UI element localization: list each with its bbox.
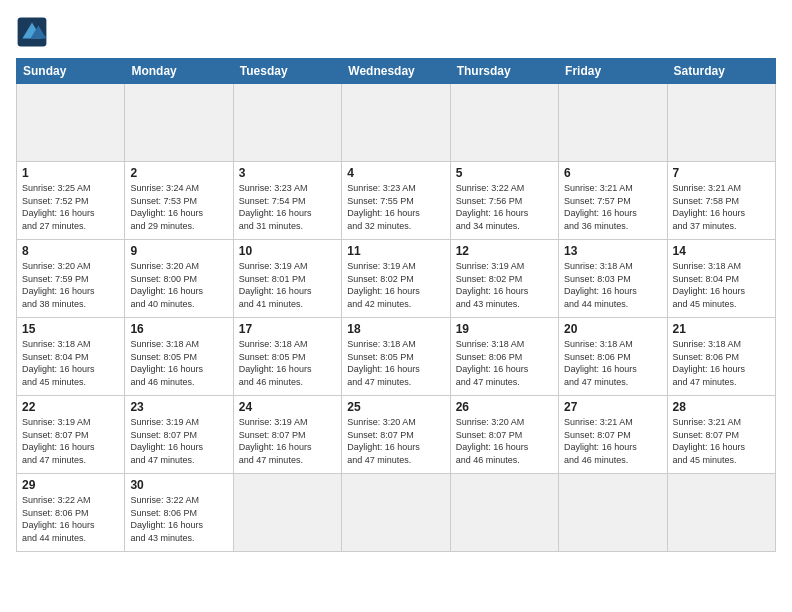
day-number: 24 bbox=[239, 400, 336, 414]
day-info: Sunrise: 3:20 AM Sunset: 8:07 PM Dayligh… bbox=[456, 416, 553, 466]
day-info: Sunrise: 3:21 AM Sunset: 8:07 PM Dayligh… bbox=[564, 416, 661, 466]
day-info: Sunrise: 3:22 AM Sunset: 8:06 PM Dayligh… bbox=[22, 494, 119, 544]
calendar-cell: 28Sunrise: 3:21 AM Sunset: 8:07 PM Dayli… bbox=[667, 396, 775, 474]
calendar-cell: 7Sunrise: 3:21 AM Sunset: 7:58 PM Daylig… bbox=[667, 162, 775, 240]
day-number: 20 bbox=[564, 322, 661, 336]
day-number: 16 bbox=[130, 322, 227, 336]
weekday-header-thursday: Thursday bbox=[450, 59, 558, 84]
day-info: Sunrise: 3:18 AM Sunset: 8:06 PM Dayligh… bbox=[564, 338, 661, 388]
day-number: 15 bbox=[22, 322, 119, 336]
day-number: 13 bbox=[564, 244, 661, 258]
calendar-cell: 18Sunrise: 3:18 AM Sunset: 8:05 PM Dayli… bbox=[342, 318, 450, 396]
calendar-cell bbox=[233, 474, 341, 552]
day-number: 5 bbox=[456, 166, 553, 180]
calendar-cell bbox=[559, 474, 667, 552]
calendar-cell bbox=[342, 84, 450, 162]
calendar-cell: 10Sunrise: 3:19 AM Sunset: 8:01 PM Dayli… bbox=[233, 240, 341, 318]
day-number: 17 bbox=[239, 322, 336, 336]
day-number: 4 bbox=[347, 166, 444, 180]
day-number: 18 bbox=[347, 322, 444, 336]
calendar-row: 29Sunrise: 3:22 AM Sunset: 8:06 PM Dayli… bbox=[17, 474, 776, 552]
day-number: 14 bbox=[673, 244, 770, 258]
calendar-cell bbox=[342, 474, 450, 552]
calendar-cell: 22Sunrise: 3:19 AM Sunset: 8:07 PM Dayli… bbox=[17, 396, 125, 474]
day-info: Sunrise: 3:19 AM Sunset: 8:07 PM Dayligh… bbox=[22, 416, 119, 466]
day-number: 3 bbox=[239, 166, 336, 180]
calendar-cell bbox=[667, 474, 775, 552]
day-info: Sunrise: 3:20 AM Sunset: 7:59 PM Dayligh… bbox=[22, 260, 119, 310]
calendar-cell: 12Sunrise: 3:19 AM Sunset: 8:02 PM Dayli… bbox=[450, 240, 558, 318]
day-info: Sunrise: 3:20 AM Sunset: 8:00 PM Dayligh… bbox=[130, 260, 227, 310]
day-info: Sunrise: 3:21 AM Sunset: 7:57 PM Dayligh… bbox=[564, 182, 661, 232]
day-number: 28 bbox=[673, 400, 770, 414]
day-info: Sunrise: 3:18 AM Sunset: 8:05 PM Dayligh… bbox=[130, 338, 227, 388]
calendar-cell bbox=[450, 474, 558, 552]
calendar-row: 15Sunrise: 3:18 AM Sunset: 8:04 PM Dayli… bbox=[17, 318, 776, 396]
calendar-cell bbox=[233, 84, 341, 162]
day-info: Sunrise: 3:22 AM Sunset: 7:56 PM Dayligh… bbox=[456, 182, 553, 232]
calendar-row: 22Sunrise: 3:19 AM Sunset: 8:07 PM Dayli… bbox=[17, 396, 776, 474]
day-info: Sunrise: 3:19 AM Sunset: 8:02 PM Dayligh… bbox=[347, 260, 444, 310]
day-info: Sunrise: 3:21 AM Sunset: 8:07 PM Dayligh… bbox=[673, 416, 770, 466]
calendar-cell bbox=[450, 84, 558, 162]
day-number: 8 bbox=[22, 244, 119, 258]
calendar-cell: 19Sunrise: 3:18 AM Sunset: 8:06 PM Dayli… bbox=[450, 318, 558, 396]
calendar-cell: 23Sunrise: 3:19 AM Sunset: 8:07 PM Dayli… bbox=[125, 396, 233, 474]
calendar-cell: 5Sunrise: 3:22 AM Sunset: 7:56 PM Daylig… bbox=[450, 162, 558, 240]
day-number: 22 bbox=[22, 400, 119, 414]
day-info: Sunrise: 3:18 AM Sunset: 8:05 PM Dayligh… bbox=[347, 338, 444, 388]
calendar-cell: 16Sunrise: 3:18 AM Sunset: 8:05 PM Dayli… bbox=[125, 318, 233, 396]
day-info: Sunrise: 3:23 AM Sunset: 7:54 PM Dayligh… bbox=[239, 182, 336, 232]
day-number: 21 bbox=[673, 322, 770, 336]
calendar-cell: 26Sunrise: 3:20 AM Sunset: 8:07 PM Dayli… bbox=[450, 396, 558, 474]
calendar-cell: 13Sunrise: 3:18 AM Sunset: 8:03 PM Dayli… bbox=[559, 240, 667, 318]
day-number: 30 bbox=[130, 478, 227, 492]
logo-icon bbox=[16, 16, 48, 48]
weekday-header-friday: Friday bbox=[559, 59, 667, 84]
calendar-cell: 20Sunrise: 3:18 AM Sunset: 8:06 PM Dayli… bbox=[559, 318, 667, 396]
calendar-cell: 8Sunrise: 3:20 AM Sunset: 7:59 PM Daylig… bbox=[17, 240, 125, 318]
calendar-cell: 4Sunrise: 3:23 AM Sunset: 7:55 PM Daylig… bbox=[342, 162, 450, 240]
day-info: Sunrise: 3:19 AM Sunset: 8:07 PM Dayligh… bbox=[130, 416, 227, 466]
day-info: Sunrise: 3:22 AM Sunset: 8:06 PM Dayligh… bbox=[130, 494, 227, 544]
day-info: Sunrise: 3:18 AM Sunset: 8:05 PM Dayligh… bbox=[239, 338, 336, 388]
day-info: Sunrise: 3:18 AM Sunset: 8:04 PM Dayligh… bbox=[22, 338, 119, 388]
calendar-cell bbox=[667, 84, 775, 162]
calendar-cell: 24Sunrise: 3:19 AM Sunset: 8:07 PM Dayli… bbox=[233, 396, 341, 474]
day-number: 26 bbox=[456, 400, 553, 414]
day-number: 12 bbox=[456, 244, 553, 258]
calendar-cell: 11Sunrise: 3:19 AM Sunset: 8:02 PM Dayli… bbox=[342, 240, 450, 318]
calendar-cell: 29Sunrise: 3:22 AM Sunset: 8:06 PM Dayli… bbox=[17, 474, 125, 552]
day-number: 29 bbox=[22, 478, 119, 492]
calendar-cell: 17Sunrise: 3:18 AM Sunset: 8:05 PM Dayli… bbox=[233, 318, 341, 396]
day-number: 23 bbox=[130, 400, 227, 414]
weekday-header-wednesday: Wednesday bbox=[342, 59, 450, 84]
calendar-cell: 15Sunrise: 3:18 AM Sunset: 8:04 PM Dayli… bbox=[17, 318, 125, 396]
calendar-table: SundayMondayTuesdayWednesdayThursdayFrid… bbox=[16, 58, 776, 552]
day-info: Sunrise: 3:20 AM Sunset: 8:07 PM Dayligh… bbox=[347, 416, 444, 466]
calendar-cell: 30Sunrise: 3:22 AM Sunset: 8:06 PM Dayli… bbox=[125, 474, 233, 552]
header bbox=[16, 16, 776, 48]
day-info: Sunrise: 3:21 AM Sunset: 7:58 PM Dayligh… bbox=[673, 182, 770, 232]
weekday-header-sunday: Sunday bbox=[17, 59, 125, 84]
calendar-cell bbox=[559, 84, 667, 162]
weekday-header-monday: Monday bbox=[125, 59, 233, 84]
logo bbox=[16, 16, 52, 48]
day-number: 9 bbox=[130, 244, 227, 258]
day-number: 7 bbox=[673, 166, 770, 180]
calendar-cell: 25Sunrise: 3:20 AM Sunset: 8:07 PM Dayli… bbox=[342, 396, 450, 474]
calendar-cell bbox=[17, 84, 125, 162]
day-info: Sunrise: 3:18 AM Sunset: 8:03 PM Dayligh… bbox=[564, 260, 661, 310]
calendar-cell: 14Sunrise: 3:18 AM Sunset: 8:04 PM Dayli… bbox=[667, 240, 775, 318]
day-number: 27 bbox=[564, 400, 661, 414]
calendar-cell: 27Sunrise: 3:21 AM Sunset: 8:07 PM Dayli… bbox=[559, 396, 667, 474]
day-info: Sunrise: 3:18 AM Sunset: 8:06 PM Dayligh… bbox=[456, 338, 553, 388]
day-number: 2 bbox=[130, 166, 227, 180]
day-number: 19 bbox=[456, 322, 553, 336]
calendar-cell: 3Sunrise: 3:23 AM Sunset: 7:54 PM Daylig… bbox=[233, 162, 341, 240]
day-info: Sunrise: 3:18 AM Sunset: 8:04 PM Dayligh… bbox=[673, 260, 770, 310]
calendar-cell: 1Sunrise: 3:25 AM Sunset: 7:52 PM Daylig… bbox=[17, 162, 125, 240]
calendar-row: 8Sunrise: 3:20 AM Sunset: 7:59 PM Daylig… bbox=[17, 240, 776, 318]
page: SundayMondayTuesdayWednesdayThursdayFrid… bbox=[0, 0, 792, 612]
calendar-cell bbox=[125, 84, 233, 162]
